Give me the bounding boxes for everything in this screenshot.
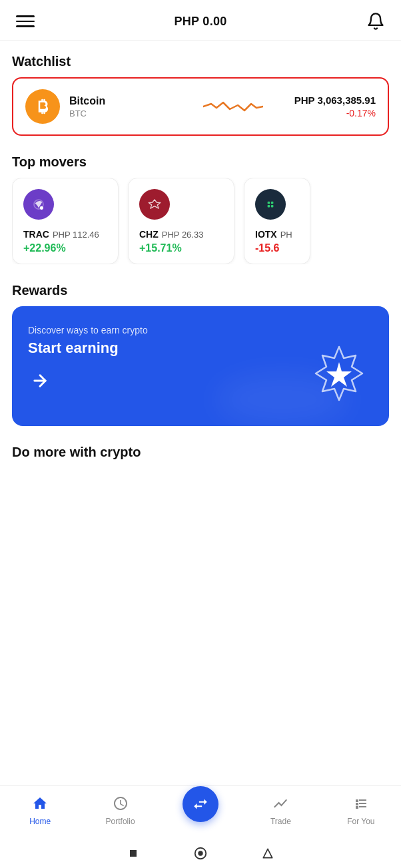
home-icon — [32, 795, 48, 814]
nav-trade-label: Trade — [270, 817, 291, 826]
nav-portfolio-label: Portfolio — [106, 817, 135, 826]
nav-swap[interactable]: Swap — [161, 786, 240, 839]
top-movers-section: Top movers TRAC PHP 112.46 +22.96% — [12, 154, 389, 264]
svg-point-5 — [40, 206, 43, 210]
svg-rect-11 — [268, 205, 270, 208]
do-more-title: Do more with crypto — [12, 445, 389, 460]
coin-price: PHP 3,063,385.91 — [294, 95, 376, 106]
chz-price: PHP 26.33 — [162, 230, 204, 240]
bitcoin-icon — [25, 89, 60, 124]
for-you-icon — [353, 795, 369, 814]
trac-ticker: TRAC — [23, 229, 49, 240]
do-more-section: Do more with crypto — [12, 445, 389, 460]
mover-card-chz[interactable]: CHZ PHP 26.33 +15.71% — [128, 178, 234, 264]
coin-name: Bitcoin — [69, 95, 173, 107]
header: PHP 0.00 — [0, 0, 401, 41]
watchlist-card-bitcoin[interactable]: Bitcoin BTC PHP 3,063,385.91 -0.17% — [12, 77, 389, 136]
system-home-button[interactable] — [193, 846, 208, 861]
trade-icon — [272, 795, 288, 814]
iotx-price-row: IOTX PH — [255, 229, 299, 240]
trac-change: +22.96% — [23, 242, 107, 254]
chz-ticker: CHZ — [139, 229, 159, 240]
bitcoin-chart — [182, 93, 285, 120]
svg-rect-14 — [130, 850, 137, 857]
menu-button[interactable] — [16, 15, 35, 27]
nav-for-you[interactable]: For You — [321, 786, 401, 839]
system-back-button[interactable] — [127, 847, 140, 860]
nav-home-label: Home — [29, 817, 51, 826]
top-movers-title: Top movers — [12, 154, 389, 170]
watchlist-section: Watchlist Bitcoin BTC — [12, 54, 389, 136]
trac-icon — [23, 189, 54, 220]
svg-rect-3 — [43, 112, 45, 114]
main-content: Watchlist Bitcoin BTC — [0, 41, 401, 460]
nav-home[interactable]: Home — [0, 786, 80, 839]
svg-point-6 — [147, 196, 163, 213]
svg-point-16 — [198, 851, 202, 855]
bitcoin-info: Bitcoin BTC — [69, 95, 173, 118]
rewards-subtitle: Discover ways to earn crypto — [28, 325, 373, 335]
mover-card-iotx[interactable]: IOTX PH -15.6 — [244, 178, 310, 264]
nav-trade[interactable]: Trade — [240, 786, 320, 839]
coin-change: -0.17% — [294, 108, 376, 118]
bitcoin-price-area: PHP 3,063,385.91 -0.17% — [294, 95, 376, 118]
chz-price-row: CHZ PHP 26.33 — [139, 229, 223, 240]
header-balance: PHP 0.00 — [174, 15, 226, 29]
svg-rect-10 — [271, 202, 274, 204]
svg-marker-17 — [263, 849, 272, 857]
svg-rect-9 — [268, 202, 270, 204]
rewards-card[interactable]: Discover ways to earn crypto Start earni… — [12, 306, 389, 426]
coin-ticker: BTC — [69, 108, 173, 118]
trac-price: PHP 112.46 — [53, 230, 99, 240]
iotx-change: -15.6 — [255, 242, 299, 254]
movers-list: TRAC PHP 112.46 +22.96% CHZ PHP 26.33 + — [12, 178, 389, 264]
watchlist-title: Watchlist — [12, 54, 389, 69]
rewards-badge-icon — [302, 343, 376, 417]
svg-rect-0 — [41, 99, 43, 101]
chz-icon — [139, 189, 170, 220]
svg-rect-12 — [271, 205, 274, 208]
nav-portfolio[interactable]: Portfolio — [80, 786, 160, 839]
system-recent-button[interactable] — [261, 847, 274, 860]
iotx-ticker: IOTX — [255, 229, 277, 240]
iotx-price: PH — [280, 230, 292, 240]
system-nav-bar — [0, 839, 401, 868]
svg-rect-1 — [43, 99, 45, 101]
iotx-icon — [255, 189, 286, 220]
svg-rect-2 — [41, 112, 43, 114]
trac-price-row: TRAC PHP 112.46 — [23, 229, 107, 240]
bottom-nav: Home Portfolio Swap Trade — [0, 785, 401, 839]
nav-for-you-label: For You — [347, 817, 374, 826]
notification-bell-icon[interactable] — [366, 12, 385, 31]
chz-change: +15.71% — [139, 242, 223, 254]
portfolio-icon — [113, 795, 129, 814]
rewards-section: Rewards Discover ways to earn crypto Sta… — [12, 283, 389, 426]
rewards-title: Rewards — [12, 283, 389, 298]
mover-card-trac[interactable]: TRAC PHP 112.46 +22.96% — [12, 178, 119, 264]
rewards-arrow-button[interactable] — [28, 369, 52, 393]
swap-button[interactable] — [183, 786, 218, 822]
svg-point-8 — [262, 196, 279, 213]
